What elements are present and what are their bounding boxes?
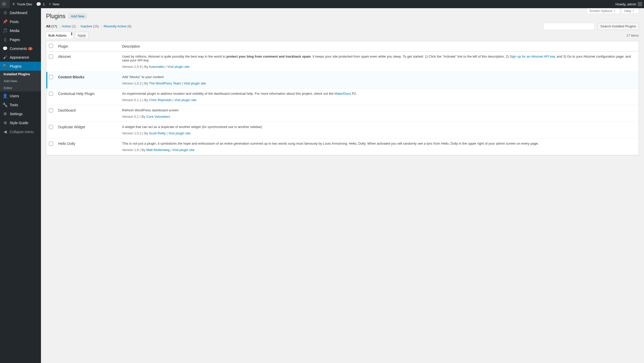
search-input[interactable]: [543, 23, 595, 30]
avatar-icon: [638, 2, 642, 6]
site-name-link[interactable]: ⚘Trunk Dev: [10, 0, 34, 8]
menu-tools[interactable]: 🔧Tools: [0, 100, 41, 109]
page-title: Plugins: [46, 13, 65, 20]
tablenav-top: Bulk Actions Apply 17 items: [46, 32, 639, 39]
wp-logo[interactable]: ⓦ: [0, 0, 10, 8]
menu-dashboard[interactable]: ⊙Dashboard: [0, 8, 41, 17]
plugin-description: Used by millions, Akismet is quite possi…: [122, 55, 636, 62]
search-button[interactable]: Search Installed Plugins: [598, 23, 639, 30]
dashboard-icon: ⊙: [3, 10, 8, 15]
plugin-checkbox[interactable]: [49, 108, 53, 112]
menu-posts[interactable]: 📌Posts: [0, 17, 41, 26]
add-new-button[interactable]: Add New: [68, 13, 87, 19]
visit-plugin-link[interactable]: Visit plugin site: [174, 98, 196, 102]
plugin-description-cell: Used by millions, Akismet is quite possi…: [120, 51, 639, 72]
plugin-desc-link[interactable]: Make/Docs: [335, 92, 351, 95]
menu-plugins[interactable]: 🔌Plugins: [0, 62, 41, 71]
items-count: 17 items: [626, 34, 639, 37]
plugin-desc-link[interactable]: Sign up for an Akismet API key: [510, 55, 555, 58]
plugin-author-link[interactable]: Chris Reynolds: [149, 98, 171, 102]
plugin-meta: Version 1.6 | By Matt Mullenweg | Visit …: [122, 148, 636, 152]
brush-icon: 🖌: [3, 55, 8, 60]
plugin-name: Contextual Help Plugin: [56, 89, 120, 105]
page-icon: ▯: [3, 37, 8, 42]
plugin-row: Contextual Help PluginAn experimental pl…: [46, 89, 639, 105]
plugin-name: Hello Dolly: [56, 138, 120, 155]
col-description: Description: [120, 41, 639, 51]
media-icon: 🎵: [3, 28, 8, 33]
plugin-description-cell: Refresh WordPress dashboard screenVersio…: [120, 105, 639, 122]
plugin-description-cell: A widget that can act as a duplicate of …: [120, 122, 639, 138]
site-name: Trunk Dev: [17, 2, 32, 6]
col-plugin: Plugin: [56, 41, 120, 51]
plugin-row: Hello DollyThis is not just a plugin, it…: [46, 138, 639, 155]
filter-recently-active[interactable]: Recently Active (6): [104, 24, 131, 28]
new-label: New: [53, 2, 59, 6]
sliders-icon: ⚙: [3, 111, 8, 116]
plugin-checkbox[interactable]: [49, 125, 53, 129]
apply-button[interactable]: Apply: [75, 32, 89, 39]
plugin-row: Duplicate WidgetA widget that can act as…: [46, 122, 639, 138]
visit-plugin-link[interactable]: Visit plugin site: [184, 81, 206, 85]
plugin-icon: 🔌: [3, 64, 8, 69]
plugin-name: Duplicate Widget: [56, 122, 120, 138]
plugin-meta: Version 1.0.2 | By Scott Reilly | Visit …: [122, 131, 636, 135]
visit-plugin-link[interactable]: Visit plugin site: [172, 148, 194, 152]
screen-options-toggle[interactable]: Screen Options▼: [587, 8, 620, 14]
wordpress-icon: ⓦ: [2, 2, 6, 7]
plugin-meta: Version 1.0.2 | By The WordPress Team | …: [122, 81, 636, 85]
home-icon: ⚘: [12, 2, 15, 7]
my-account[interactable]: Howdy, admin: [614, 0, 644, 8]
search-box: Search Installed Plugins: [543, 23, 639, 30]
plugin-checkbox[interactable]: [49, 75, 53, 79]
menu-appearance[interactable]: 🖌Appearance: [0, 53, 41, 62]
select-all-checkbox[interactable]: [49, 44, 53, 48]
submenu-installed-plugins[interactable]: Installed Plugins: [0, 71, 41, 78]
visit-plugin-link[interactable]: Visit plugin site: [168, 131, 190, 135]
wrench-icon: 🔧: [3, 102, 8, 107]
comments-link[interactable]: 💬1: [34, 0, 47, 8]
plugin-author-link[interactable]: Automattic: [149, 65, 165, 69]
plugin-description: Refresh WordPress dashboard screen: [122, 108, 636, 112]
filter-links: All (17) | Active (2) | Inactive (15) | …: [46, 24, 131, 28]
plugin-checkbox[interactable]: [49, 55, 53, 59]
plugin-author-link[interactable]: Matt Mullenweg: [146, 148, 169, 152]
collapse-icon: ◀: [3, 129, 8, 134]
menu-media[interactable]: 🎵Media: [0, 26, 41, 35]
plugin-description: Add "blocks" to your content: [122, 75, 636, 79]
plugin-checkbox[interactable]: [49, 142, 53, 146]
collapse-menu[interactable]: ◀Collapse menu: [0, 127, 41, 136]
plugin-meta: Version 0.2 | By Core Volunteers: [122, 115, 636, 119]
plugin-description-cell: Add "blocks" to your contentVersion 1.0.…: [120, 72, 639, 89]
filter-inactive[interactable]: Inactive (15): [81, 24, 99, 28]
menu-comments[interactable]: 💬Comments1: [0, 44, 41, 53]
plus-icon: +: [49, 2, 51, 6]
menu-pages[interactable]: ▯Pages: [0, 35, 41, 44]
howdy-text: Howdy, admin: [616, 2, 636, 6]
admin-menu: ⊙Dashboard 📌Posts 🎵Media ▯Pages 💬Comment…: [0, 8, 41, 166]
plugin-checkbox[interactable]: [49, 92, 53, 96]
plugin-description: An experimental plugin to address locati…: [122, 92, 636, 95]
plugin-author-link[interactable]: Core Volunteers: [146, 115, 170, 119]
plugins-table: Plugin Description AkismetUsed by millio…: [46, 41, 639, 155]
comment-icon: 💬: [36, 2, 41, 7]
plugins-submenu: Installed Plugins Add New Editor: [0, 71, 41, 91]
pin-icon: 📌: [3, 19, 8, 24]
menu-users[interactable]: 👤Users: [0, 91, 41, 100]
help-toggle[interactable]: Help▼: [621, 8, 639, 14]
plugin-author-link[interactable]: Scott Reilly: [149, 131, 166, 135]
submenu-add-new[interactable]: Add New: [0, 78, 41, 84]
bulk-actions-select[interactable]: Bulk Actions: [46, 32, 73, 39]
plugin-description: This is not just a plugin, it symbolizes…: [122, 142, 636, 145]
submenu-editor[interactable]: Editor: [0, 84, 41, 91]
menu-settings[interactable]: ⚙Settings: [0, 109, 41, 118]
menu-style-guide[interactable]: ⊛Style Guide: [0, 118, 41, 127]
new-content-link[interactable]: +New: [47, 0, 61, 8]
user-icon: 👤: [3, 93, 8, 98]
filter-all[interactable]: All (17): [46, 24, 57, 28]
visit-plugin-link[interactable]: Visit plugin site: [167, 65, 189, 69]
plugin-row: DashboardRefresh WordPress dashboard scr…: [46, 105, 639, 122]
filter-active[interactable]: Active (2): [62, 24, 76, 28]
plugin-meta: Version 0.1.1 | By Chris Reynolds | Visi…: [122, 98, 636, 102]
plugin-author-link[interactable]: The WordPress Team: [149, 81, 181, 85]
